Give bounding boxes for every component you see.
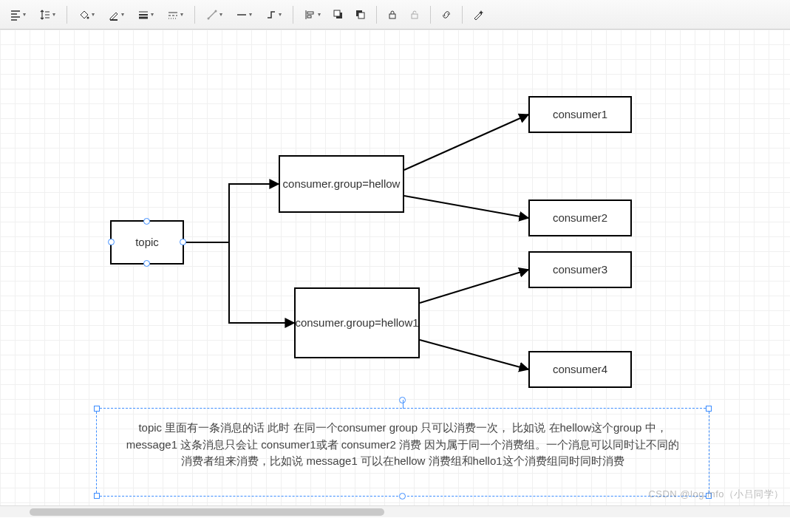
explanation-text-content: topic 里面有一条消息的话 此时 在同一个consumer group 只可… [126, 421, 679, 467]
svg-point-0 [87, 16, 89, 18]
node-consumer-group-hellow[interactable]: consumer.group=hellow [279, 155, 404, 213]
connector-elbow-icon[interactable]: ▾ [259, 4, 287, 25]
node-consumer-group-hellow1[interactable]: consumer.group=hellow1 [294, 287, 420, 358]
resize-handle[interactable] [143, 218, 150, 225]
node-label: consumer.group=hellow [283, 177, 401, 191]
resize-handle[interactable] [94, 493, 100, 499]
node-label: topic [135, 235, 159, 250]
node-label: consumer3 [553, 262, 607, 277]
resize-handle[interactable] [180, 239, 186, 245]
node-label: consumer.group=hellow1 [295, 316, 418, 330]
svg-rect-6 [334, 10, 340, 16]
svg-rect-3 [307, 12, 313, 14]
node-label: consumer2 [553, 211, 607, 225]
resize-handle[interactable] [143, 260, 150, 267]
line-spacing-icon[interactable]: ▾ [33, 4, 61, 25]
svg-rect-4 [307, 16, 311, 18]
fill-bucket-icon[interactable]: ▾ [72, 4, 101, 25]
magic-wand-icon[interactable] [468, 4, 488, 25]
resize-handle[interactable] [399, 493, 406, 499]
pen-icon[interactable]: ▾ [102, 4, 130, 25]
unlock-icon[interactable] [404, 4, 425, 25]
node-label: consumer1 [553, 107, 607, 122]
svg-point-2 [215, 10, 217, 12]
lock-icon[interactable] [382, 4, 403, 25]
node-consumer4[interactable]: consumer4 [528, 351, 632, 388]
align-left-icon[interactable]: ▾ [4, 4, 32, 25]
line-style-icon[interactable]: ▾ [161, 4, 189, 25]
canvas[interactable]: topic consumer.group=hellow consumer.gro… [0, 30, 790, 517]
node-consumer2[interactable]: consumer2 [528, 200, 632, 236]
svg-rect-8 [358, 13, 364, 18]
svg-point-1 [208, 17, 210, 19]
send-back-icon[interactable] [350, 4, 371, 25]
align-objects-icon[interactable]: ▾ [299, 4, 327, 25]
resize-handle[interactable] [94, 406, 100, 412]
svg-rect-9 [389, 14, 395, 18]
connector-straight-icon[interactable]: ▾ [230, 4, 258, 25]
node-topic[interactable]: topic [110, 220, 184, 265]
connector-diag-icon[interactable]: ▾ [200, 4, 228, 25]
resize-handle[interactable] [706, 406, 712, 412]
scroll-thumb[interactable] [30, 508, 384, 516]
node-consumer3[interactable]: consumer3 [528, 251, 632, 288]
explanation-text[interactable]: topic 里面有一条消息的话 此时 在同一个consumer group 只可… [122, 420, 684, 470]
watermark: CSDN @log.info（小吕同学） [648, 488, 784, 501]
bring-front-icon[interactable] [328, 4, 349, 25]
node-label: consumer4 [553, 362, 607, 377]
svg-rect-10 [412, 14, 418, 18]
horizontal-scrollbar[interactable] [0, 505, 790, 517]
node-consumer1[interactable]: consumer1 [528, 96, 632, 133]
toolbar: ▾ ▾ ▾ ▾ ▾ ▾ ▾ ▾ ▾ ▾ [0, 0, 790, 30]
resize-handle[interactable] [108, 239, 115, 245]
rotate-stem [403, 400, 403, 409]
link-icon[interactable] [436, 4, 457, 25]
line-weight-icon[interactable]: ▾ [132, 4, 160, 25]
